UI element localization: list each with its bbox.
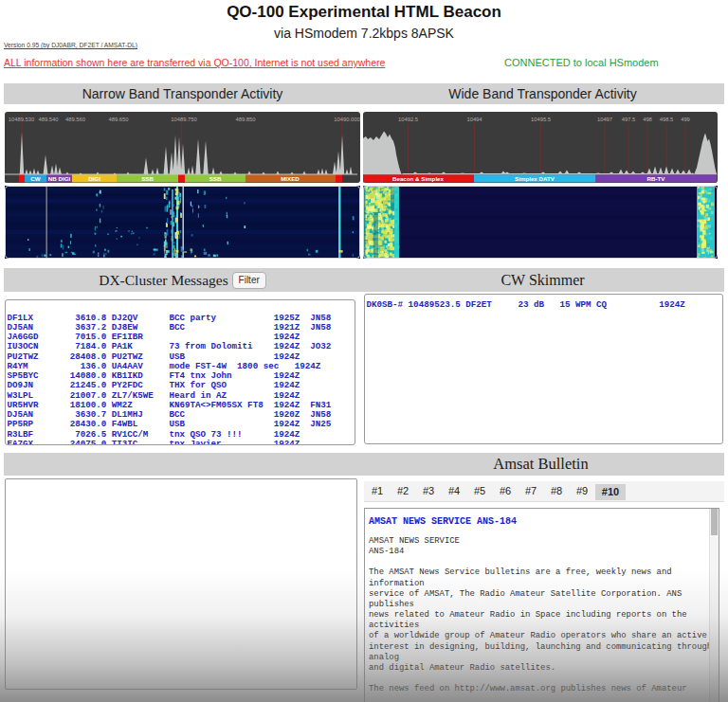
svg-text:SSB: SSB	[209, 175, 222, 182]
svg-text:499: 499	[681, 117, 690, 122]
svg-text:RB-TV: RB-TV	[647, 175, 666, 182]
svg-text:498.5: 498.5	[660, 117, 674, 122]
svg-text:489.560: 489.560	[65, 117, 85, 122]
svg-text:10489.750: 10489.750	[171, 117, 196, 122]
svg-text:10495.5: 10495.5	[531, 117, 551, 122]
svg-text:MIXED: MIXED	[281, 175, 300, 182]
svg-text:DIGI: DIGI	[88, 175, 100, 182]
svg-text:489.650: 489.650	[109, 117, 129, 122]
svg-text:CW: CW	[30, 175, 40, 182]
svg-text:489.850: 489.850	[236, 117, 256, 122]
svg-text:10494: 10494	[466, 117, 482, 122]
svg-text:SSB: SSB	[141, 175, 154, 182]
svg-text:497.5: 497.5	[622, 117, 636, 122]
svg-text:10490.000: 10490.000	[334, 117, 359, 122]
svg-text:10497: 10497	[597, 117, 612, 122]
svg-text:498: 498	[643, 117, 652, 122]
svg-text:10492.5: 10492.5	[398, 117, 418, 122]
svg-text:10489.530: 10489.530	[9, 117, 34, 122]
svg-text:Beacon & Simplex: Beacon & Simplex	[392, 175, 445, 182]
svg-text:489.540: 489.540	[39, 117, 59, 122]
svg-text:NB DIGI: NB DIGI	[48, 175, 71, 182]
svg-text:Simplex DATV: Simplex DATV	[515, 175, 555, 182]
